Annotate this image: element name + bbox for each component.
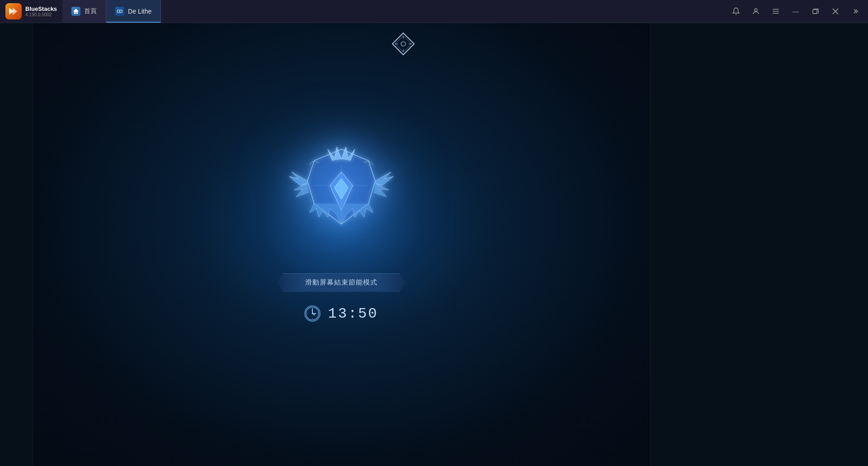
corner-badge[interactable] (392, 32, 415, 56)
svg-line-24 (312, 314, 315, 315)
timer-row: 13:50 (304, 305, 378, 322)
home-tab-icon (71, 7, 80, 16)
game-tab-icon (115, 7, 124, 16)
main-content: 滑動屏幕結束節能模式 (0, 23, 868, 466)
svg-point-5 (755, 9, 757, 11)
close-button[interactable] (826, 0, 844, 23)
more-button[interactable] (846, 0, 864, 23)
titlebar: BlueStacks 4.190.0.5002 首頁 De Lithe (0, 0, 868, 23)
app-logo[interactable]: BlueStacks 4.190.0.5002 (0, 0, 62, 23)
game-viewport[interactable]: 滑動屏幕結束節能模式 (33, 23, 650, 466)
svg-point-14 (401, 42, 406, 46)
emblem-logo (278, 140, 405, 244)
app-version: 4.190.0.5002 (25, 12, 57, 17)
tab-home[interactable]: 首頁 (62, 0, 106, 23)
minimize-button[interactable]: — (787, 0, 805, 23)
svg-point-25 (312, 313, 313, 314)
bell-icon (732, 7, 740, 15)
close-icon (832, 8, 839, 14)
energy-save-text: 滑動屏幕結束節能模式 (305, 278, 377, 286)
game-emblem (278, 140, 405, 246)
menu-button[interactable] (767, 0, 785, 23)
account-icon (752, 7, 760, 15)
app-name: BlueStacks (25, 5, 57, 12)
hamburger-icon (772, 7, 780, 15)
tab-game[interactable]: De Lithe (106, 0, 161, 23)
diamond-badge-icon (392, 32, 415, 56)
notification-button[interactable] (727, 0, 745, 23)
svg-rect-9 (813, 10, 817, 14)
left-sidebar (0, 23, 33, 466)
tab-home-label: 首頁 (84, 7, 97, 15)
titlebar-controls: — (727, 0, 868, 23)
minimize-icon: — (793, 8, 799, 15)
bluestacks-icon (5, 3, 22, 19)
restore-button[interactable] (807, 0, 825, 23)
account-button[interactable] (747, 0, 765, 23)
tab-game-label: De Lithe (128, 8, 151, 15)
right-sidebar (650, 23, 868, 466)
timer-display: 13:50 (328, 305, 378, 322)
timer-clock-icon (304, 305, 321, 322)
restore-icon (812, 8, 819, 14)
svg-point-4 (119, 11, 121, 12)
chevrons-right-icon (852, 8, 859, 15)
energy-save-banner[interactable]: 滑動屏幕結束節能模式 (278, 273, 405, 292)
